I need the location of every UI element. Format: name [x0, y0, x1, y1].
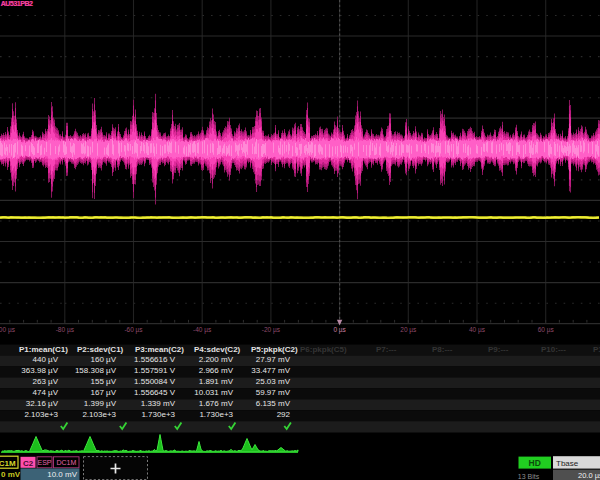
- svg-text:10.031 mV: 10.031 mV: [194, 388, 233, 397]
- svg-text:27.97 mV: 27.97 mV: [256, 355, 291, 364]
- svg-text:167 µV: 167 µV: [90, 388, 116, 397]
- svg-text:ESP: ESP: [37, 459, 51, 466]
- svg-text:1.399 µV: 1.399 µV: [84, 399, 117, 408]
- svg-text:6.135 mV: 6.135 mV: [256, 399, 291, 408]
- svg-text:10.0 mV: 10.0 mV: [47, 470, 77, 479]
- svg-text:1.730e+3: 1.730e+3: [199, 410, 233, 419]
- svg-text:Tbase: Tbase: [556, 459, 579, 468]
- svg-text:P1: P1: [593, 345, 600, 354]
- svg-text:1.676 mV: 1.676 mV: [199, 399, 234, 408]
- svg-text:P9:---: P9:---: [488, 345, 509, 354]
- svg-text:AU531PB2: AU531PB2: [1, 0, 33, 7]
- svg-text:2.103e+3: 2.103e+3: [82, 410, 116, 419]
- svg-text:1.891 mV: 1.891 mV: [199, 377, 234, 386]
- svg-text:0 mV: 0 mV: [1, 470, 21, 479]
- svg-text:P10:---: P10:---: [541, 345, 566, 354]
- svg-text:474 µV: 474 µV: [32, 388, 58, 397]
- svg-text:2.966 mV: 2.966 mV: [199, 366, 234, 375]
- svg-text:33.477 mV: 33.477 mV: [251, 366, 290, 375]
- svg-text:25.03 mV: 25.03 mV: [256, 377, 291, 386]
- svg-text:0 µs: 0 µs: [333, 326, 346, 334]
- svg-text:59.97 mV: 59.97 mV: [256, 388, 291, 397]
- svg-text:1.339 mV: 1.339 mV: [141, 399, 176, 408]
- svg-text:-100 µs: -100 µs: [0, 326, 16, 334]
- svg-text:40 µs: 40 µs: [469, 326, 486, 334]
- svg-text:1.550084 V: 1.550084 V: [134, 377, 176, 386]
- svg-text:60 µs: 60 µs: [538, 326, 555, 334]
- svg-text:-40 µs: -40 µs: [193, 326, 212, 334]
- svg-text:P1:mean(C1): P1:mean(C1): [19, 345, 68, 354]
- svg-text:P2:sdev(C1): P2:sdev(C1): [77, 345, 124, 354]
- svg-text:DC1M: DC1M: [56, 459, 76, 466]
- svg-text:-80 µs: -80 µs: [56, 326, 75, 334]
- svg-text:P6:pkpk(C5): P6:pkpk(C5): [300, 345, 347, 354]
- svg-text:363.98 µV: 363.98 µV: [21, 366, 58, 375]
- svg-text:13 Bits: 13 Bits: [518, 473, 540, 480]
- svg-text:-20 µs: -20 µs: [262, 326, 281, 334]
- svg-text:440 µV: 440 µV: [32, 355, 58, 364]
- svg-text:HD: HD: [529, 458, 541, 468]
- svg-text:P7:---: P7:---: [376, 345, 397, 354]
- svg-text:1.730e+3: 1.730e+3: [141, 410, 175, 419]
- svg-text:20.0 µs: 20.0 µs: [578, 471, 600, 480]
- svg-text:2.200 mV: 2.200 mV: [199, 355, 234, 364]
- svg-text:-60 µs: -60 µs: [124, 326, 143, 334]
- svg-text:155 µV: 155 µV: [90, 377, 116, 386]
- svg-text:P5:pkpk(C2): P5:pkpk(C2): [251, 345, 298, 354]
- svg-text:1.556616 V: 1.556616 V: [134, 355, 176, 364]
- svg-text:P4:sdev(C2): P4:sdev(C2): [194, 345, 241, 354]
- svg-text:160 µV: 160 µV: [90, 355, 116, 364]
- svg-text:C2: C2: [23, 459, 34, 468]
- svg-text:20 µs: 20 µs: [400, 326, 417, 334]
- svg-text:1.557591 V: 1.557591 V: [134, 366, 176, 375]
- svg-text:263 µV: 263 µV: [32, 377, 58, 386]
- svg-text:P3:mean(C2): P3:mean(C2): [135, 345, 184, 354]
- svg-text:292: 292: [277, 410, 291, 419]
- svg-text:2.103e+3: 2.103e+3: [24, 410, 58, 419]
- svg-text:32.16 µV: 32.16 µV: [26, 399, 59, 408]
- svg-text:P8:---: P8:---: [432, 345, 453, 354]
- svg-text:158.308 µV: 158.308 µV: [75, 366, 117, 375]
- svg-text:DC1M: DC1M: [0, 459, 16, 468]
- svg-text:1.556645 V: 1.556645 V: [134, 388, 176, 397]
